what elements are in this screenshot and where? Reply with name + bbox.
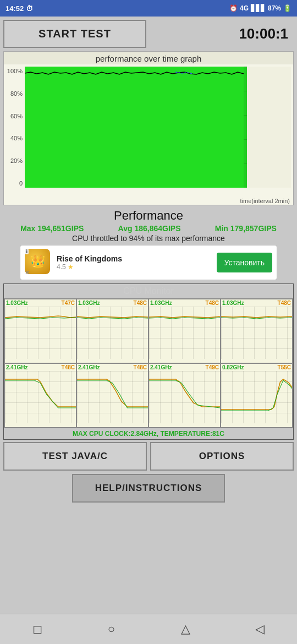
- cpu-2-freq: 1.03GHz: [150, 300, 172, 306]
- main-content: START TEST 10:00:1 performance over time…: [0, 17, 297, 509]
- options-button[interactable]: OPTIONS: [150, 442, 294, 471]
- cpu-cell-4-header: 2.41GHz T48C: [5, 364, 76, 371]
- ad-banner: ℹ 👑 ✕ Rise of Kingdoms 4.5 ★ Установить: [20, 245, 277, 280]
- ad-name: Rise of Kingdoms: [57, 254, 212, 263]
- performance-section: Performance Max 194,651GIPS Avg 186,864G…: [3, 209, 294, 243]
- nav-recents-button[interactable]: △: [174, 617, 198, 641]
- cpu-7-freq: 0.82GHz: [222, 364, 244, 370]
- clock-icon: ⏱: [26, 4, 33, 13]
- signal-icon: ▋▋▋: [251, 4, 266, 12]
- svg-rect-6: [77, 371, 148, 423]
- svg-rect-1: [5, 307, 76, 359]
- graph-area: 100% 80% 60% 40% 20% 0: [4, 64, 293, 197]
- alarm-icon: ⏰: [229, 4, 238, 12]
- max-cpu-label: MAX CPU CLOCK:2.84GHz, TEMPERATURE:81C: [4, 428, 293, 439]
- cpu-cell-6: 2.41GHz T49C: [149, 364, 220, 427]
- cpu-monitor-title: CPU Monitor: [4, 284, 293, 298]
- graph-title: performance over time graph: [4, 52, 293, 64]
- time-display: 14:52: [6, 4, 24, 13]
- y-label-40: 40%: [4, 135, 23, 141]
- cpu-0-freq: 1.03GHz: [6, 300, 28, 306]
- graph-y-axis: 100% 80% 60% 40% 20% 0: [4, 67, 25, 188]
- ad-install-button[interactable]: Установить: [217, 253, 272, 272]
- circle-icon: ○: [108, 622, 115, 636]
- timer-display: 10:00:1: [239, 25, 288, 42]
- performance-stats: Max 194,651GIPS Avg 186,864GIPS Min 179,…: [3, 224, 294, 233]
- nav-home-button[interactable]: ○: [100, 617, 124, 641]
- cpu-7-temp: T55C: [278, 364, 291, 370]
- cpu-6-freq: 2.41GHz: [150, 364, 172, 370]
- cpu-cell-3: 1.03GHz T48C: [221, 299, 292, 363]
- status-time: 14:52 ⏱: [6, 4, 33, 13]
- perf-min: Min 179,857GIPS: [215, 224, 277, 233]
- cpu-4-graph: [5, 371, 76, 423]
- svg-rect-0: [25, 67, 244, 188]
- nav-square-button[interactable]: ◻: [25, 617, 50, 641]
- navigation-bar: ◻ ○ △ ◁: [0, 614, 297, 644]
- cpu-cell-7-header: 0.82GHz T55C: [221, 364, 292, 371]
- svg-rect-3: [149, 307, 220, 359]
- y-label-80: 80%: [4, 90, 23, 97]
- cpu-cell-4: 2.41GHz T48C: [5, 364, 76, 427]
- cpu-3-freq: 1.03GHz: [222, 300, 244, 306]
- cpu-6-graph: [149, 371, 220, 423]
- svg-rect-5: [5, 371, 76, 423]
- status-icons: ⏰ 4G ▋▋▋ 87% 🔋: [229, 4, 292, 12]
- svg-rect-7: [149, 371, 220, 423]
- cpu-5-graph: [77, 371, 148, 423]
- y-label-60: 60%: [4, 113, 23, 119]
- nav-back-button[interactable]: ◁: [248, 617, 272, 641]
- y-label-0: 0: [4, 180, 23, 187]
- cpu-7-graph: [221, 371, 292, 423]
- cpu-cell-0: 1.03GHz T47C: [5, 299, 76, 363]
- ad-rating: 4.5 ★: [57, 263, 212, 271]
- cpu-5-temp: T48C: [134, 364, 147, 370]
- cpu-3-graph: [221, 307, 292, 359]
- graph-section: performance over time graph 100% 80% 60%…: [3, 51, 294, 205]
- cpu-4-freq: 2.41GHz: [6, 364, 28, 370]
- perf-max: Max 194,651GIPS: [20, 224, 84, 233]
- ad-text: Rise of Kingdoms 4.5 ★: [57, 254, 212, 271]
- cpu-1-freq: 1.03GHz: [78, 300, 100, 306]
- cpu-cell-7: 0.82GHz T55C: [221, 364, 292, 427]
- help-button[interactable]: HELP/INSTRUCTIONS: [72, 474, 226, 503]
- cpu-4-temp: T48C: [62, 364, 75, 370]
- performance-line: [25, 67, 291, 188]
- perf-avg: Avg 186,864GIPS: [118, 224, 181, 233]
- ad-info-badge: ℹ: [25, 249, 29, 254]
- triangle-icon: △: [181, 622, 190, 636]
- svg-rect-2: [77, 307, 148, 359]
- graph-canvas: [25, 67, 291, 188]
- ad-close-button[interactable]: ✕: [25, 269, 30, 276]
- status-bar: 14:52 ⏱ ⏰ 4G ▋▋▋ 87% 🔋: [0, 0, 297, 17]
- cpu-0-graph: [5, 307, 76, 359]
- ad-stars: ★: [68, 263, 74, 271]
- throttle-text: CPU throttled to 94% of its max performa…: [3, 234, 294, 243]
- cpu-2-temp: T48C: [206, 300, 219, 306]
- cpu-3-temp: T48C: [278, 300, 291, 306]
- back-icon: ◁: [255, 622, 265, 636]
- ad-rating-value: 4.5: [57, 263, 66, 271]
- cpu-6-temp: T49C: [206, 364, 219, 370]
- cpu-1-temp: T48C: [134, 300, 147, 306]
- network-icon: 4G: [240, 4, 249, 12]
- ad-icon-area: ℹ 👑 ✕: [25, 249, 52, 276]
- cpu-cell-2-header: 1.03GHz T48C: [149, 299, 220, 307]
- cpu-cell-5: 2.41GHz T48C: [77, 364, 148, 427]
- y-label-20: 20%: [4, 157, 23, 164]
- top-row: START TEST 10:00:1: [3, 20, 294, 48]
- battery-display: 87%: [268, 4, 281, 12]
- square-icon: ◻: [32, 622, 42, 636]
- start-test-button[interactable]: START TEST: [3, 20, 146, 48]
- cpu-2-graph: [149, 307, 220, 359]
- test-java-button[interactable]: TEST JAVA/C: [3, 442, 147, 471]
- cpu-cell-0-header: 1.03GHz T47C: [5, 299, 76, 307]
- svg-rect-4: [221, 307, 292, 359]
- svg-rect-8: [221, 371, 292, 423]
- cpu-cell-1-header: 1.03GHz T48C: [77, 299, 148, 307]
- cpu-cell-5-header: 2.41GHz T48C: [77, 364, 148, 371]
- cpu-cell-1: 1.03GHz T48C: [77, 299, 148, 363]
- help-btn-row: HELP/INSTRUCTIONS: [3, 474, 294, 503]
- cpu-5-freq: 2.41GHz: [78, 364, 100, 370]
- cpu-0-temp: T47C: [62, 300, 75, 306]
